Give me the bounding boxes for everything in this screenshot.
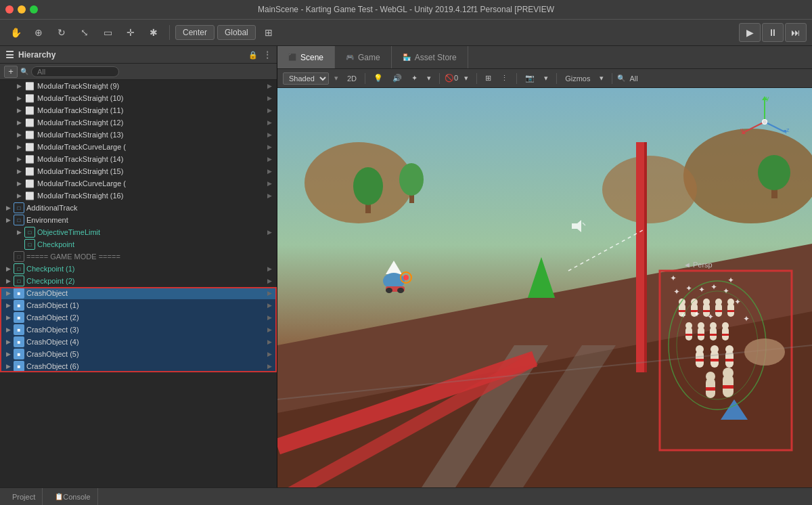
scene-svg: ✦✦✦ ✦✦ ✦✦✦ ✦✦ ✦✦ <box>277 88 812 487</box>
svg-rect-68 <box>706 387 715 391</box>
expand-arrow-icon <box>265 141 274 153</box>
gizmos-btn[interactable]: Gizmos <box>562 73 593 84</box>
tree-item-crashobject1[interactable]: ■ CrashObject (1) <box>0 299 277 311</box>
tree-item[interactable]: ModularTrackCurveLarge ( <box>0 177 277 190</box>
tree-arrow-icon <box>14 116 24 129</box>
tree-item[interactable]: ModularTrackStraight (16) <box>0 190 277 202</box>
tree-item[interactable]: ModularTrackStraight (9) <box>0 80 277 92</box>
scene-sep-4 <box>516 73 517 84</box>
hierarchy-add-button[interactable]: + <box>4 66 18 78</box>
gameobject-icon <box>24 166 35 177</box>
skybox-button[interactable]: ▾ <box>424 72 434 84</box>
svg-point-24 <box>403 275 409 280</box>
tree-arrow-icon <box>14 129 24 141</box>
lighting-button[interactable]: 💡 <box>370 72 386 84</box>
tree-item[interactable]: ModularTrackStraight (14) <box>0 153 277 165</box>
tree-arrow-icon <box>14 226 24 238</box>
hierarchy-lock-icon[interactable] <box>248 50 258 60</box>
item-label: ModularTrackCurveLarge ( <box>37 143 265 151</box>
tree-item-checkpoint1[interactable]: □ Checkpoint (1) <box>0 263 277 275</box>
gizmos-dropdown-btn[interactable]: ▾ <box>596 72 607 84</box>
scene-sep-3 <box>476 73 477 84</box>
svg-point-66 <box>725 345 734 353</box>
global-label: Global <box>225 28 248 37</box>
scene-viewport[interactable]: ✦✦✦ ✦✦ ✦✦✦ ✦✦ ✦✦ <box>277 88 812 487</box>
asset-store-tab-label: Asset Store <box>415 53 457 62</box>
maximize-button[interactable] <box>30 5 38 14</box>
tree-item[interactable]: ModularTrackStraight (11) <box>0 104 277 116</box>
expand-arrow-icon <box>265 311 274 324</box>
expand-arrow-icon <box>265 116 274 129</box>
svg-text:✦: ✦ <box>710 282 717 292</box>
twod-button[interactable]: 2D <box>344 73 360 84</box>
search-input[interactable] <box>31 66 119 77</box>
tree-item-crashobject5[interactable]: ■ CrashObject (5) <box>0 348 277 360</box>
svg-text:y: y <box>766 95 769 102</box>
tree-item-checkpoint2[interactable]: □ Checkpoint (2) <box>0 275 277 287</box>
tree-item-checkpoint[interactable]: □ Checkpoint <box>0 238 277 250</box>
shading-mode-select[interactable]: Shaded <box>283 72 329 85</box>
close-button[interactable] <box>5 5 14 14</box>
step-button[interactable]: ⏭ <box>785 23 807 42</box>
tree-arrow-icon <box>3 348 14 360</box>
hierarchy-menu-icon: ☰ <box>5 49 14 60</box>
custom-tool[interactable]: ✱ <box>143 23 164 42</box>
hand-tool[interactable]: ✋ <box>5 23 26 42</box>
grid-button[interactable]: ⊞ <box>258 23 279 42</box>
tree-item[interactable]: ModularTrackStraight (10) <box>0 92 277 104</box>
tree-item-crashobject[interactable]: ■ CrashObject <box>0 287 277 299</box>
layer-btn[interactable]: ▾ <box>461 72 472 84</box>
expand-arrow-icon <box>265 153 274 165</box>
tree-item[interactable]: □ AdditionalTrack <box>0 202 277 214</box>
gameobject-outline-icon: □ <box>14 215 24 225</box>
tree-item-crashobject3[interactable]: ■ CrashObject (3) <box>0 324 277 336</box>
transform-tool[interactable]: ✛ <box>120 23 141 42</box>
global-toggle[interactable]: Global <box>217 25 256 40</box>
item-label: ===== GAME MODE ===== <box>26 252 274 261</box>
hierarchy-tree: ModularTrackStraight (9) ModularTrackStr… <box>0 80 277 487</box>
tree-arrow-icon <box>14 153 24 165</box>
tree-item[interactable]: ModularTrackStraight (13) <box>0 129 277 141</box>
gameobject-cube-icon: ■ <box>14 300 24 311</box>
game-tab-label: Game <box>358 53 380 62</box>
tree-item-crashobject6[interactable]: ■ CrashObject (6) <box>0 360 277 372</box>
scene-sep-2 <box>439 73 440 84</box>
item-label: ObjectiveTimeLimit <box>37 228 265 236</box>
tree-arrow-icon <box>14 177 24 190</box>
item-label: ModularTrackStraight (16) <box>37 192 265 200</box>
asset-store-tab-icon: 🏪 <box>403 53 411 61</box>
audio-button[interactable]: 🔊 <box>389 72 405 84</box>
scale-tool[interactable]: ⤡ <box>74 23 95 42</box>
move-tool[interactable]: ⊕ <box>28 23 49 42</box>
tree-item-crashobject2[interactable]: ■ CrashObject (2) <box>0 311 277 324</box>
rotate-tool[interactable]: ↻ <box>51 23 72 42</box>
game-tab-icon: 🎮 <box>346 53 354 61</box>
minimize-button[interactable] <box>18 5 26 14</box>
tab-scene[interactable]: ⬛ Scene <box>277 46 335 68</box>
center-toggle[interactable]: Center <box>175 25 215 40</box>
tree-item[interactable]: ModularTrackCurveLarge ( <box>0 141 277 153</box>
camera-btn[interactable]: 📷 <box>522 72 538 84</box>
tree-item-crashobject4[interactable]: ■ CrashObject (4) <box>0 336 277 348</box>
tree-item[interactable]: □ Environment <box>0 214 277 226</box>
grid-btn[interactable]: ⊞ <box>482 72 495 84</box>
project-tab[interactable]: Project <box>5 488 43 505</box>
bottom-bar: Project 📋 Console <box>0 487 812 505</box>
tree-item[interactable]: □ ObjectiveTimeLimit <box>0 226 277 238</box>
tab-game[interactable]: 🎮 Game <box>335 46 392 68</box>
console-tab-label: Console <box>63 493 90 501</box>
separator-1 <box>169 25 170 40</box>
tab-asset-store[interactable]: 🏪 Asset Store <box>392 46 468 68</box>
tree-item[interactable]: ModularTrackStraight (12) <box>0 116 277 129</box>
effects-button[interactable]: ✦ <box>408 72 421 84</box>
tree-arrow-icon <box>3 202 14 214</box>
camera-mode-btn[interactable]: ▾ <box>541 72 551 84</box>
play-button[interactable]: ▶ <box>739 23 761 42</box>
hierarchy-more-icon[interactable]: ⋮ <box>263 50 271 60</box>
more-scene-btn[interactable]: ⋮ <box>497 72 512 84</box>
tree-item[interactable]: ModularTrackStraight (15) <box>0 165 277 177</box>
rect-tool[interactable]: ▭ <box>97 23 118 42</box>
gameobject-icon <box>24 117 35 128</box>
console-tab[interactable]: 📋 Console <box>48 488 97 505</box>
pause-button[interactable]: ⏸ <box>762 23 784 42</box>
